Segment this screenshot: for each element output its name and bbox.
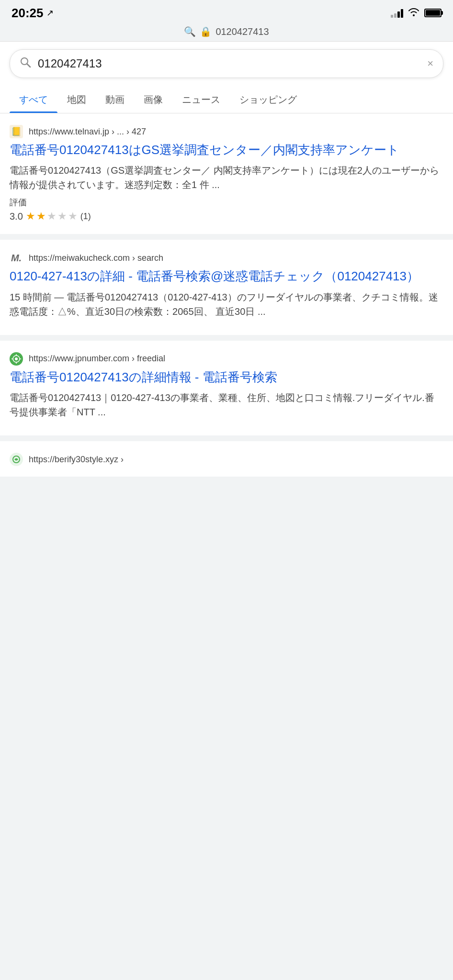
- tab-all[interactable]: すべて: [10, 86, 57, 113]
- result-title-2[interactable]: 0120-427-413の詳細 - 電話番号検索@迷惑電話チェック（012042…: [10, 267, 443, 285]
- star-1-1: ★: [26, 210, 35, 223]
- search-input[interactable]: 0120427413: [38, 57, 420, 70]
- battery-icon: [424, 9, 442, 17]
- favicon-meiwaku: M.: [10, 251, 23, 265]
- stars-1: ★ ★ ★ ★ ★: [26, 210, 78, 223]
- rating-count-1: (1): [80, 212, 91, 222]
- result-snippet-3: 電話番号0120427413｜0120-427-413の事業者、業種、住所、地図…: [10, 390, 443, 419]
- search-container: 0120427413 ×: [0, 42, 453, 86]
- rating-row-1: 3.0 ★ ★ ★ ★ ★ (1): [10, 210, 443, 223]
- result-site-4: https://berify30style.xyz ›: [10, 453, 443, 466]
- location-icon: ↗: [46, 8, 54, 18]
- search-tabs: すべて 地図 動画 画像 ニュース ショッピング: [0, 86, 453, 113]
- tab-shopping[interactable]: ショッピング: [230, 86, 306, 113]
- site-url-1: https://www.telnavi.jp › ... › 427: [29, 127, 146, 137]
- result-card-1: 📒 https://www.telnavi.jp › ... › 427 電話番…: [0, 113, 453, 234]
- search-box[interactable]: 0120427413 ×: [10, 49, 443, 78]
- site-url-4: https://berify30style.xyz ›: [29, 455, 124, 465]
- clear-search-button[interactable]: ×: [427, 57, 433, 70]
- results-container: 📒 https://www.telnavi.jp › ... › 427 電話番…: [0, 113, 453, 477]
- star-1-4: ★: [57, 210, 67, 223]
- tab-news[interactable]: ニュース: [172, 86, 230, 113]
- status-icons: [391, 8, 442, 19]
- url-lock-icon: 🔒: [200, 26, 212, 37]
- result-site-2: M. https://meiwakucheck.com › search: [10, 251, 443, 265]
- tab-image[interactable]: 画像: [134, 86, 172, 113]
- favicon-telnavi: 📒: [10, 125, 23, 138]
- rating-label-1: 評価: [10, 197, 443, 208]
- url-search-icon: 🔍: [184, 26, 196, 37]
- status-time: 20:25 ↗: [11, 6, 54, 21]
- result-card-4: https://berify30style.xyz ›: [0, 441, 453, 477]
- star-1-3: ★: [47, 210, 57, 223]
- search-icon: [20, 56, 31, 71]
- url-text: 0120427413: [215, 26, 269, 37]
- tab-video[interactable]: 動画: [96, 86, 134, 113]
- site-url-2: https://meiwakucheck.com › search: [29, 253, 163, 263]
- star-1-2: ★: [36, 210, 46, 223]
- svg-line-1: [27, 64, 31, 67]
- site-url-3: https://www.jpnumber.com › freedial: [29, 354, 165, 364]
- result-card-2: M. https://meiwakucheck.com › search 012…: [0, 240, 453, 334]
- result-title-3[interactable]: 電話番号0120427413の詳細情報 - 電話番号検索: [10, 368, 443, 386]
- url-bar[interactable]: 🔍 🔒 0120427413: [0, 24, 453, 42]
- result-card-3: https://www.jpnumber.com › freedial 電話番号…: [0, 341, 453, 435]
- time-display: 20:25: [11, 6, 44, 21]
- tab-map[interactable]: 地図: [57, 86, 96, 113]
- signal-bars-icon: [391, 8, 403, 18]
- result-snippet-2: 15 時間前 — 電話番号0120427413（0120-427-413）のフリ…: [10, 290, 443, 319]
- favicon-berify: [10, 453, 23, 466]
- result-site-1: 📒 https://www.telnavi.jp › ... › 427: [10, 125, 443, 138]
- svg-point-4: [15, 357, 18, 360]
- result-site-3: https://www.jpnumber.com › freedial: [10, 352, 443, 366]
- result-title-1[interactable]: 電話番号0120427413はGS選挙調査センター／内閣支持率アンケート: [10, 141, 443, 158]
- result-snippet-1: 電話番号0120427413（GS選挙調査センター／ 内閣支持率アンケート）には…: [10, 163, 443, 192]
- wifi-icon: [408, 8, 419, 19]
- favicon-jpnumber: [10, 352, 23, 366]
- star-1-5: ★: [68, 210, 78, 223]
- status-bar: 20:25 ↗: [0, 0, 453, 24]
- rating-score-1: 3.0: [10, 211, 23, 222]
